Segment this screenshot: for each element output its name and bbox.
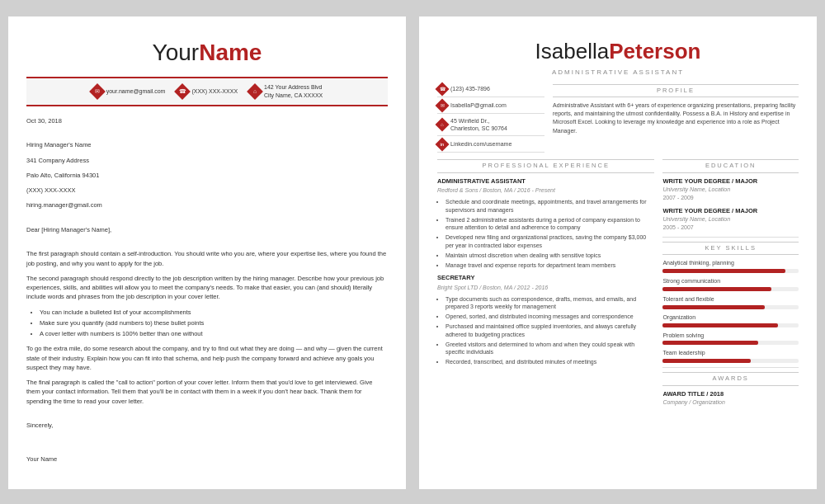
awards-heading: AWARDS [662,372,799,386]
edu-school-1: University Name, Location [662,186,799,194]
cover-addressee-street: 341 Company Address [26,156,388,165]
cover-title-plain: Your [153,40,200,65]
profile-text: Administrative Assistant with 6+ years o… [553,101,799,135]
award-title: AWARD TITLE / 2018 [662,390,799,399]
skill-bar-bg-5 [662,341,799,345]
phone-icon: ☎ [436,82,450,96]
job-company-2: Bright Spot LTD / Boston, MA / 2012 - 20… [437,284,654,292]
cover-para-3: To go the extra mile, do some research a… [26,344,388,372]
skill-label-4: Organization [662,313,799,322]
skill-bar-fill-5 [662,341,757,345]
job-bullets-2: Type documents such as correspondence, d… [446,295,654,366]
email-icon: ✉ [89,83,106,100]
cover-para-4: The final paragraph is called the "call … [26,378,388,406]
edu-degree-1: WRITE YOUR DEGREE / MAJOR [662,177,799,186]
cover-addressee-name: Hiring Manager's Name [26,140,388,149]
edu-school-2: University Name, Location [662,215,799,224]
skills-divider [662,237,799,238]
skill-3: Tolerant and flexible [662,295,799,309]
resume-right-col: EDUCATION WRITE YOUR DEGREE / MAJOR Univ… [662,159,799,407]
skill-bar-bg-6 [662,359,799,363]
address-icon: ⌂ [436,118,450,132]
resume-title-bold: Peterson [609,39,700,64]
cover-contact-phone: ☎ (XXX) XXX-XXXX [177,83,238,100]
resume-experience-col: PROFESSIONAL EXPERIENCE ADMINISTRATIVE A… [437,159,654,407]
job-bullet-1-5: Manage travel and expense reports for de… [446,261,654,270]
resume-linkedin: in Linkedin.com/username [437,139,544,153]
cover-letter-page: YourName ✉ your.name@gmail.com ☎ (XXX) X… [8,16,406,489]
cover-bullet-3: A cover letter with numbers is 100% bett… [40,329,388,338]
cover-bullets: You can include a bulleted list of your … [40,308,388,339]
cover-signoff: Your Name [26,455,388,464]
skill-bar-bg-4 [662,323,799,327]
job-bullet-2-1: Type documents such as correspondence, d… [446,295,654,312]
skill-6: Team leadership [662,349,799,363]
skill-label-2: Strong communication [662,277,799,285]
resume-title: IsabellaPeterson [437,36,799,66]
cover-contact-address: ⌂ 142 Your Address BlvdCity Name, CA XXX… [249,83,323,100]
job-bullet-1-2: Trained 2 administrative assistants duri… [446,216,654,233]
job-bullet-2-5: Recorded, transcribed, and distributed m… [446,358,654,366]
skill-1: Analytical thinking, planning [662,259,799,273]
email-icon: ✉ [436,98,450,112]
edu-entry-2: WRITE YOUR DEGREE / MAJOR University Nam… [662,207,799,232]
skill-2: Strong communication [662,277,799,291]
cover-para-1: The first paragraph should contain a sel… [26,249,388,268]
skills-heading: KEY SKILLS [662,242,799,256]
cover-closing: Sincerely, [26,421,388,430]
cover-contact-email: ✉ your.name@gmail.com [92,83,166,100]
resume-main: PROFESSIONAL EXPERIENCE ADMINISTRATIVE A… [437,159,799,407]
job-bullets-1: Schedule and coordinate meetings, appoin… [446,198,654,269]
cover-salutation: Dear [Hiring Manager's Name], [26,225,388,234]
pages-container: YourName ✉ your.name@gmail.com ☎ (XXX) X… [8,16,817,489]
skill-bar-fill-6 [662,359,751,363]
job-bullet-1-4: Maintain utmost discretion when dealing … [446,252,654,260]
cover-contact-bar: ✉ your.name@gmail.com ☎ (XXX) XXX-XXXX ⌂… [26,77,388,106]
job-bullet-2-2: Opened, sorted, and distributed incoming… [446,313,654,321]
resume-contact-col: ☎ (123) 435-7896 ✉ IsabellaP@gmail.com ⌂… [437,84,544,153]
resume-top-section: ☎ (123) 435-7896 ✉ IsabellaP@gmail.com ⌂… [437,84,799,153]
resume-profile-col: PROFILE Administrative Assistant with 6+… [553,84,799,153]
resume-title-plain: Isabella [535,39,610,64]
skill-label-3: Tolerant and flexible [662,295,799,304]
resume-phone: ☎ (123) 435-7896 [437,84,544,97]
job-bullet-2-3: Purchased and maintained office suppled … [446,323,654,339]
education-heading: EDUCATION [662,159,799,173]
resume-email: ✉ IsabellaP@gmail.com [437,101,544,114]
skill-label-5: Problem solving [662,332,799,340]
edu-year-2: 2005 - 2007 [662,224,799,232]
cover-para-2: The second paragraph should respond dire… [26,274,388,302]
skill-bar-bg-2 [662,287,799,291]
job-bullet-1-1: Schedule and coordinate meetings, appoin… [446,198,654,214]
skill-5: Problem solving [662,332,799,346]
edu-year-1: 2007 - 2009 [662,194,799,202]
skill-bar-bg-1 [662,269,799,273]
resume-subtitle: ADMINISTRATIVE ASSISTANT [437,68,799,77]
cover-addressee-email: hiring.manager@gmail.com [26,200,388,210]
cover-bullet-1: You can include a bulleted list of your … [40,308,388,317]
cover-date: Oct 30, 2018 [26,116,388,125]
award-org: Company / Organization [662,398,799,407]
resume-address: ⌂ 45 Winfield Dr.,Charleston, SC 90764 [437,117,544,137]
job-title-2: SECRETARY [437,274,654,283]
awards-divider [662,367,799,368]
phone-icon: ☎ [175,83,191,100]
skill-bar-bg-3 [662,305,799,309]
cover-title-bold: Name [199,40,262,65]
resume-page: IsabellaPeterson ADMINISTRATIVE ASSISTAN… [419,16,817,489]
cover-body: Oct 30, 2018 Hiring Manager's Name 341 C… [26,116,388,464]
cover-title: YourName [26,36,388,68]
profile-heading: PROFILE [553,84,799,98]
job-bullet-2-4: Greeted visitors and determined to whom … [446,341,654,357]
cover-addressee-phone: (XXX) XXX-XXXX [26,186,388,195]
skill-label-6: Team leadership [662,349,799,357]
skill-bar-fill-3 [662,305,764,309]
job-title-1: ADMINISTRATIVE ASSISTANT [437,177,654,186]
edu-degree-2: WRITE YOUR DEGREE / MAJOR [662,207,799,216]
skill-4: Organization [662,313,799,327]
job-company-1: Redford & Sons / Boston, MA / 2016 - Pre… [437,186,654,195]
skill-label-1: Analytical thinking, planning [662,259,799,267]
edu-entry-1: WRITE YOUR DEGREE / MAJOR University Nam… [662,177,799,202]
cover-bullet-2: Make sure you quantify (add numbers to) … [40,318,388,327]
experience-heading: PROFESSIONAL EXPERIENCE [437,159,654,173]
